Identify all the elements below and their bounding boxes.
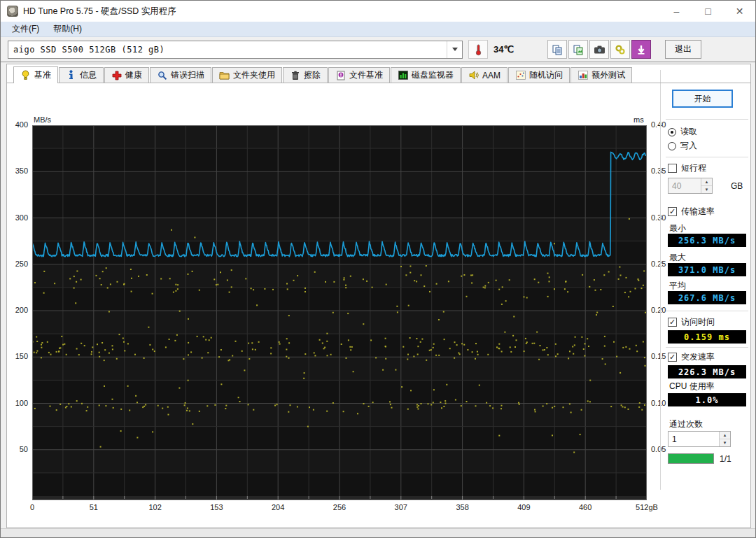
speaker-icon [468,70,479,80]
radio-dot[interactable] [668,128,676,136]
tab-benchmark[interactable]: 基准 [13,66,58,83]
max-value: 371.0 MB/s [668,263,746,276]
start-button[interactable]: 开始 [672,90,733,108]
extra-tests-icon [578,70,588,80]
progress-bar [668,453,714,464]
window-title: HD Tune Pro 5.75 - 硬盘/SSD 实用程序 [23,6,176,17]
title-bar: HD Tune Pro 5.75 - 硬盘/SSD 实用程序 – □ ✕ [1,1,755,22]
cpu-usage-label: CPU 使用率 [669,381,715,392]
y-tick-left: 250 [7,260,28,268]
plot-canvas [32,125,647,500]
short-stroke-checkbox[interactable]: 短行程 [668,162,706,174]
max-label: 最大 [669,252,686,264]
camera-icon [594,45,606,55]
y-tick-left: 300 [7,213,28,222]
progress-text: 1/1 [720,454,732,464]
chevron-down-icon[interactable] [447,41,462,58]
separator [666,119,748,120]
tab-random-access[interactable]: 随机访问 [508,67,570,83]
radio-dot[interactable] [668,142,676,150]
save-button[interactable] [631,40,651,59]
avg-label: 平均 [669,280,686,292]
screenshot-button[interactable] [589,40,609,59]
y-axis-left-unit: MB/s [34,115,51,124]
copy-icon [552,44,563,55]
copy-image-icon [573,44,584,55]
drive-select[interactable]: aigo SSD S500 512GB (512 gB) [8,41,463,59]
checkbox[interactable] [668,164,677,173]
read-radio[interactable]: 读取 [668,126,697,138]
x-tick: 358 [447,503,478,511]
pass-count-stepper[interactable]: ▲▼ [668,431,731,447]
menu-help[interactable]: 帮助(H) [46,22,89,36]
tab-label: 错误扫描 [171,69,204,81]
short-stroke-size-input[interactable] [668,178,701,193]
plot-area [32,125,647,500]
tab-label: 文件基准 [349,69,383,81]
min-label: 最小 [669,222,686,234]
pass-count-label: 通过次数 [669,418,703,430]
drive-select-value: aigo SSD S500 512GB (512 gB) [8,45,447,55]
access-time-checkbox[interactable]: ✓ 访问时间 [668,316,715,328]
menu-file[interactable]: 文件(F) [5,22,46,36]
exit-button[interactable]: 退出 [665,40,701,59]
x-tick: 512gB [631,503,662,511]
tab-disk-monitor[interactable]: 磁盘监视器 [391,67,461,83]
checkbox[interactable]: ✓ [668,318,677,327]
app-window: HD Tune Pro 5.75 - 硬盘/SSD 实用程序 – □ ✕ 文件(… [0,0,756,538]
tab-label: 基准 [34,69,51,81]
tab-file-benchmark[interactable]: 文件基准 [328,67,390,83]
x-tick: 102 [140,503,171,511]
write-radio[interactable]: 写入 [668,140,697,152]
burst-rate-checkbox[interactable]: ✓ 突发速率 [668,351,715,363]
scatter-icon [515,70,526,80]
tab-label: AAM [482,71,500,80]
folder-icon [219,70,230,80]
spinner[interactable]: ▲▼ [719,432,730,446]
thermometer-icon [473,43,483,56]
progress-fill [668,454,713,463]
separator [666,347,748,348]
menu-bar: 文件(F) 帮助(H) [1,22,755,37]
y-tick-left: 50 [7,445,28,453]
file-benchmark-icon [335,70,346,80]
copy-text-button[interactable] [547,40,567,59]
tab-folder-usage[interactable]: 文件夹使用 [212,67,282,83]
tab-label: 随机访问 [529,69,563,81]
y-tick-left: 400 [7,120,28,129]
tab-label: 磁盘监视器 [412,69,454,81]
x-tick: 204 [262,503,293,511]
pass-count-input[interactable] [668,432,719,446]
health-cross-icon [111,70,122,80]
gb-unit-label: GB [731,181,743,191]
options-button[interactable] [610,40,630,59]
maximize-button[interactable]: □ [692,1,724,22]
tab-info[interactable]: 信息 [59,67,104,83]
app-icon [7,6,18,17]
checkbox[interactable]: ✓ [668,353,677,362]
copy-image-button[interactable] [568,40,588,59]
tools-icon [615,44,626,55]
status-strip [1,528,755,537]
tab-extra-tests[interactable]: 额外测试 [570,67,632,83]
tab-error-scan[interactable]: 错误扫描 [150,67,211,83]
y-axis-right-unit: ms [634,115,644,124]
checkbox[interactable]: ✓ [668,207,677,216]
transfer-rate-checkbox[interactable]: ✓ 传输速率 [668,206,715,218]
short-stroke-label: 短行程 [681,162,706,174]
short-stroke-size-stepper[interactable]: ▲▼ [668,178,713,194]
spinner[interactable]: ▲▼ [701,178,712,193]
info-icon [66,70,76,80]
temperature-button[interactable] [468,40,488,59]
tab-health[interactable]: 健康 [104,67,149,83]
separator [666,157,748,157]
tab-aam[interactable]: AAM [461,67,507,83]
y-tick-left: 100 [7,399,28,407]
disk-monitor-icon [398,70,408,80]
toolbar: aigo SSD S500 512GB (512 gB) 34℃ [1,37,755,62]
tab-erase[interactable]: 擦除 [283,67,328,83]
panel-divider [660,70,661,490]
y-tick-left: 150 [7,352,28,360]
minimize-button[interactable]: – [661,1,692,22]
close-button[interactable]: ✕ [724,1,755,22]
